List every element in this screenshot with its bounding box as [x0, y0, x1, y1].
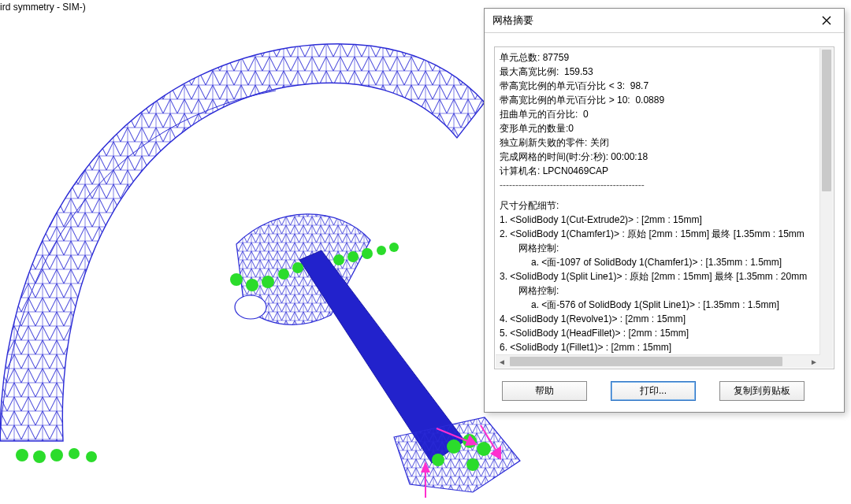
- svg-point-12: [33, 450, 46, 463]
- svg-point-9: [377, 246, 386, 255]
- svg-point-16: [447, 439, 461, 454]
- svg-point-1: [230, 273, 243, 286]
- close-button[interactable]: [809, 9, 844, 32]
- svg-point-10: [389, 243, 399, 252]
- svg-point-13: [50, 449, 63, 461]
- svg-point-19: [432, 454, 444, 466]
- svg-point-7: [347, 251, 359, 262]
- dialog-title: 网格摘要: [485, 9, 533, 32]
- svg-point-18: [477, 442, 491, 456]
- svg-point-15: [86, 451, 97, 462]
- close-icon: [822, 16, 831, 25]
- svg-point-4: [278, 269, 289, 280]
- summary-panel: 单元总数: 87759 最大高宽比例: 159.53 带高宽比例的单元\百分比 …: [494, 46, 834, 369]
- mesh-summary-dialog: 网格摘要 单元总数: 87759 最大高宽比例: 159.53 带高宽比例的单元…: [484, 8, 845, 413]
- dialog-titlebar[interactable]: 网格摘要: [485, 9, 844, 33]
- details-header: 尺寸分配细节:: [500, 198, 819, 213]
- svg-point-0: [235, 295, 266, 319]
- scroll-corner: [820, 355, 833, 368]
- svg-point-11: [16, 449, 28, 461]
- copy-to-clipboard-button[interactable]: 复制到剪贴板: [719, 381, 805, 401]
- fixture-glyph: [16, 448, 97, 463]
- svg-point-5: [292, 262, 303, 273]
- svg-point-14: [69, 448, 80, 459]
- svg-point-8: [362, 248, 373, 259]
- svg-point-20: [466, 458, 479, 471]
- scroll-left-icon[interactable]: ◄: [496, 355, 508, 368]
- help-button[interactable]: 帮助: [502, 381, 587, 401]
- svg-point-3: [262, 276, 274, 288]
- scrollbar-thumb[interactable]: [510, 357, 782, 366]
- scroll-right-icon[interactable]: ►: [808, 355, 820, 368]
- print-button[interactable]: 打印...: [611, 381, 696, 401]
- svg-point-6: [333, 254, 344, 265]
- svg-point-2: [246, 279, 258, 291]
- scrollbar-horizontal[interactable]: ◄ ►: [496, 354, 820, 368]
- scrollbar-vertical[interactable]: [819, 48, 833, 355]
- summary-text: 单元总数: 87759 最大高宽比例: 159.53 带高宽比例的单元\百分比 …: [500, 50, 819, 354]
- scrollbar-thumb[interactable]: [822, 50, 831, 191]
